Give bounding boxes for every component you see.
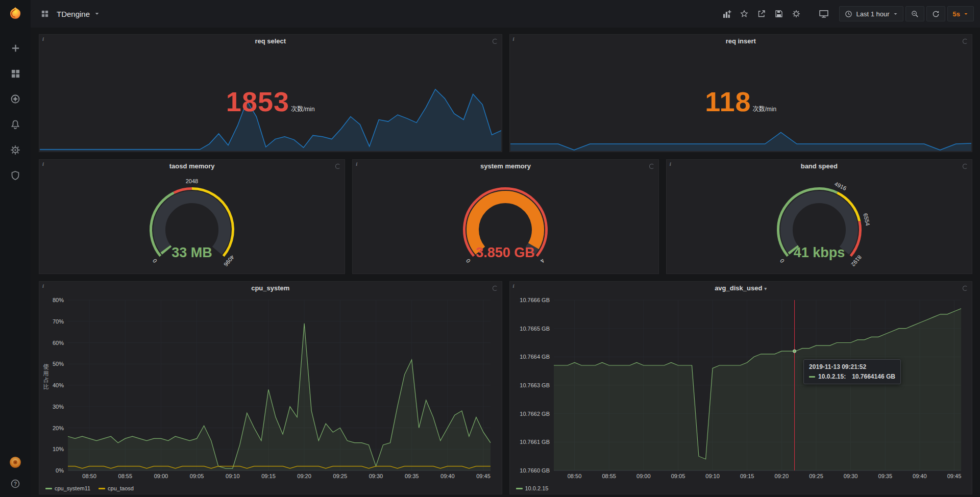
save-dashboard-button[interactable] — [772, 7, 786, 21]
svg-text:09:45: 09:45 — [476, 473, 491, 479]
sidebar-item-dashboards[interactable] — [9, 67, 21, 80]
panel-title[interactable]: req insert — [510, 35, 972, 48]
svg-text:09:15: 09:15 — [261, 473, 276, 479]
sidebar-item-create[interactable] — [9, 42, 21, 54]
svg-text:09:25: 09:25 — [333, 473, 348, 479]
dashboards-icon — [11, 69, 20, 79]
legend-label: cpu_system11 — [55, 485, 90, 491]
tooltip-timestamp: 2019-11-13 09:21:52 — [809, 363, 895, 370]
svg-text:10.7661 GB: 10.7661 GB — [520, 439, 550, 445]
grafana-flame-icon — [8, 6, 23, 21]
star-dashboard-button[interactable] — [737, 7, 751, 21]
panel-title-text: avg_disk_used — [715, 284, 762, 292]
sidebar-item-server-admin[interactable] — [9, 169, 21, 182]
panel-info-icon[interactable]: i — [356, 161, 357, 167]
svg-text:09:00: 09:00 — [636, 473, 651, 479]
time-range-picker[interactable]: Last 1 hour — [839, 6, 903, 21]
time-controls: Last 1 hour — [839, 6, 974, 21]
svg-text:09:20: 09:20 — [774, 473, 789, 479]
share-dashboard-button[interactable] — [754, 7, 769, 21]
panel-title[interactable]: taosd memory — [39, 160, 345, 173]
svg-text:08:50: 08:50 — [567, 473, 581, 479]
disk-graph[interactable]: 2019-11-13 09:21:52 10.0.2.15: 10.766414… — [514, 297, 968, 481]
chevron-down-icon[interactable] — [94, 11, 100, 16]
panel-title[interactable]: band speed — [667, 160, 972, 173]
refresh-icon — [932, 10, 940, 18]
row-gauges: i taosd memory 02048409633 MB i system m… — [39, 159, 972, 274]
refresh-button[interactable] — [926, 6, 945, 21]
svg-text:?: ? — [14, 481, 17, 487]
panel-loading-spinner — [649, 164, 654, 169]
sidebar-item-help[interactable]: ? — [9, 478, 21, 490]
sidebar: ? — [0, 0, 31, 497]
grafana-logo[interactable] — [0, 0, 31, 28]
svg-text:10.7663 GB: 10.7663 GB — [520, 382, 550, 388]
panel-info-icon[interactable]: i — [513, 36, 514, 42]
sidebar-bottom: ? — [9, 456, 21, 497]
panel-loading-spinner — [963, 286, 968, 291]
svg-text:50%: 50% — [53, 361, 64, 367]
svg-text:4: 4 — [540, 257, 546, 263]
dashboard-grid-icon[interactable] — [38, 7, 52, 21]
avatar-icon — [9, 455, 21, 469]
cycle-view-mode-button[interactable] — [817, 7, 831, 21]
grid-icon — [41, 10, 48, 17]
svg-text:08:55: 08:55 — [602, 473, 616, 479]
svg-text:10.7660 GB: 10.7660 GB — [520, 467, 550, 474]
panel-menu-caret-icon[interactable]: ▾ — [764, 286, 767, 291]
grafana-app: ? TDengine — [0, 0, 980, 497]
user-avatar[interactable] — [9, 456, 21, 468]
panel-system-memory: i system memory 043.850 GB — [352, 159, 658, 274]
help-icon: ? — [10, 479, 20, 489]
panel-title[interactable]: avg_disk_used▾ — [510, 282, 972, 295]
svg-text:10.7665 GB: 10.7665 GB — [520, 326, 550, 332]
svg-text:09:40: 09:40 — [440, 473, 455, 479]
legend-item-cpu-system11[interactable]: cpu_system11 — [45, 485, 90, 491]
panel-title[interactable]: cpu_system — [39, 282, 502, 295]
refresh-interval-picker[interactable]: 5s — [947, 6, 974, 21]
share-icon — [757, 10, 766, 18]
panel-loading-spinner — [963, 39, 968, 44]
panel-info-icon[interactable]: i — [513, 283, 514, 289]
add-panel-button[interactable] — [720, 7, 734, 21]
sidebar-item-configuration[interactable] — [9, 144, 21, 156]
sidebar-item-alerting[interactable] — [9, 118, 21, 131]
legend-item-host[interactable]: 10.0.2.15 — [516, 485, 549, 491]
cpu-graph[interactable]: 80%70%60%50%40%30%20%10%0%08:5008:5509:0… — [43, 297, 498, 481]
svg-text:20%: 20% — [53, 425, 64, 431]
svg-text:4916: 4916 — [834, 180, 847, 191]
navbar-left: TDengine — [38, 7, 100, 21]
panel-info-icon[interactable]: i — [42, 283, 44, 289]
svg-text:08:55: 08:55 — [118, 473, 133, 479]
zoom-out-time-button[interactable] — [905, 6, 924, 21]
panel-req-select: i req select 1853次数/min — [39, 34, 502, 152]
tooltip-series-swatch — [809, 376, 815, 378]
panel-avg-disk-used: i avg_disk_used▾ 2019-11-13 09:21:52 10.… — [509, 281, 973, 494]
gauge-chart: 02048409633 MB — [39, 173, 345, 272]
svg-text:10.7666 GB: 10.7666 GB — [520, 297, 550, 303]
panel-title-text: cpu_system — [251, 284, 289, 292]
chevron-down-icon — [964, 12, 968, 16]
svg-text:10%: 10% — [53, 446, 64, 452]
panel-info-icon[interactable]: i — [42, 36, 44, 42]
panel-title-text: band speed — [801, 162, 838, 170]
shield-icon — [10, 170, 20, 181]
legend-label: 10.0.2.15 — [525, 485, 549, 491]
svg-text:09:30: 09:30 — [369, 473, 383, 479]
legend-item-cpu-taosd[interactable]: cpu_taosd — [99, 485, 134, 491]
svg-text:0: 0 — [152, 257, 158, 263]
panel-title[interactable]: req select — [39, 35, 502, 48]
panel-info-icon[interactable]: i — [42, 161, 44, 167]
panel-taosd-memory: i taosd memory 02048409633 MB — [39, 159, 345, 274]
gauge-chart: 049166554819241 kbps — [667, 173, 972, 272]
dashboard-settings-button[interactable] — [789, 7, 803, 21]
svg-text:0: 0 — [778, 257, 785, 263]
panel-title[interactable]: system memory — [353, 160, 658, 173]
svg-text:09:45: 09:45 — [947, 473, 961, 479]
panel-info-icon[interactable]: i — [670, 161, 671, 167]
legend-swatch — [516, 488, 523, 489]
svg-text:33 MB: 33 MB — [172, 245, 212, 260]
panel-title-text: taosd memory — [169, 162, 215, 170]
dashboard-title[interactable]: TDengine — [57, 10, 90, 18]
sidebar-item-explore[interactable] — [9, 93, 21, 105]
